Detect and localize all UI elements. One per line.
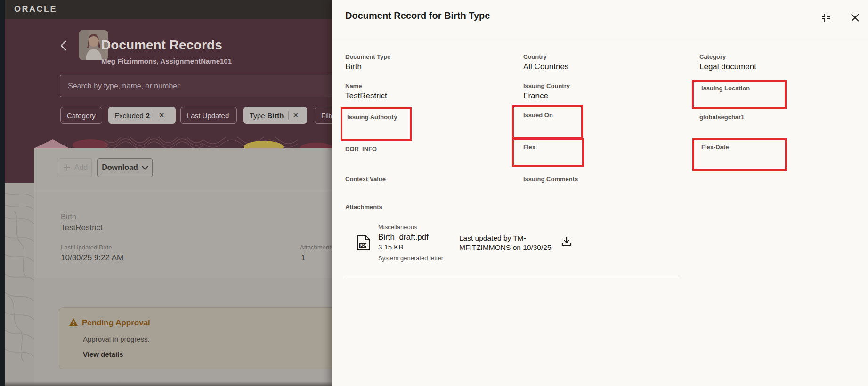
search-box	[60, 75, 332, 97]
globalsegchar1-label: globalsegchar1	[699, 113, 744, 121]
chevron-down-icon	[142, 166, 148, 170]
filter-chip-category[interactable]: Category	[60, 107, 102, 124]
toolbar-divider	[34, 189, 332, 189]
record-last-updated-label: Last Updated Date	[61, 244, 112, 251]
name-label: Name	[345, 82, 362, 89]
document-record-drawer: Document Record for Birth Type Document …	[332, 0, 868, 386]
category-label: Category	[699, 53, 726, 60]
country-value: All Countries	[523, 62, 568, 72]
top-app-bar: ORACLE	[5, 0, 332, 19]
download-button[interactable]: Download	[97, 158, 153, 177]
chip-label: Category	[67, 112, 96, 120]
attachment-last-updated: Last updated by TM-MFITZIMMONS on 10/30/…	[459, 233, 556, 252]
warning-icon	[69, 318, 78, 326]
filter-chip-type-birth[interactable]: Type Birth ✕	[243, 107, 307, 124]
hero-left-rail	[5, 141, 34, 183]
back-button[interactable]	[59, 40, 68, 51]
page-title: Document Records	[101, 38, 222, 53]
attachment-filename[interactable]: Birth_draft.pdf	[378, 233, 429, 242]
bottom-shadow	[5, 381, 332, 386]
decorative-hero-band	[34, 137, 332, 148]
chip-label: Type	[250, 112, 265, 120]
collapse-icon	[821, 13, 830, 22]
annotation-box-issuing-location	[692, 80, 787, 109]
banner-message: Approval in progress.	[83, 335, 150, 343]
filter-chip-filters[interactable]: Filte	[315, 107, 332, 124]
record-attachments-label: Attachments	[300, 244, 332, 251]
name-value: TestRestrict	[345, 91, 387, 101]
attachments-section-label: Attachments	[345, 203, 382, 210]
background-page: ORACLE	[0, 0, 332, 386]
filter-chip-last-updated[interactable]: Last Updated	[180, 107, 237, 124]
header-divider	[332, 38, 868, 38]
annotation-box-flex	[512, 138, 584, 167]
chip-value: Birth	[268, 112, 284, 120]
chip-separator	[288, 111, 289, 120]
download-button-label: Download	[102, 163, 138, 172]
oracle-logo: ORACLE	[14, 4, 57, 14]
search-input[interactable]	[60, 75, 332, 97]
collapse-drawer-button[interactable]	[819, 11, 832, 24]
banner-title: Pending Approval	[82, 318, 150, 328]
svg-text:PDF: PDF	[360, 244, 366, 247]
attachment-size: 3.15 KB	[378, 243, 403, 251]
pdf-file-icon: PDF	[357, 234, 370, 250]
drawer-title: Document Record for Birth Type	[345, 10, 490, 21]
issuing-country-value: France	[523, 91, 548, 101]
remove-filter-icon[interactable]: ✕	[159, 111, 165, 120]
attachment-category: Miscellaneous	[378, 224, 417, 231]
annotation-box-issuing-authority	[341, 107, 412, 141]
decorative-contour-texture	[5, 183, 34, 386]
document-type-label: Document Type	[345, 53, 391, 60]
attachment-description: System generated letter	[378, 255, 443, 262]
remove-filter-icon[interactable]: ✕	[293, 111, 299, 120]
left-edge-strip	[0, 0, 5, 386]
filter-chip-excluded[interactable]: Excluded 2 ✕	[108, 107, 176, 124]
context-value-label: Context Value	[345, 176, 386, 183]
record-last-updated-value: 10/30/25 9:22 AM	[61, 253, 123, 263]
issuing-country-label: Issuing Country	[523, 82, 570, 89]
annotation-box-issued-on	[512, 105, 583, 139]
close-drawer-button[interactable]	[849, 11, 861, 24]
page-subtitle: Meg Fitzimmons, AssignmentName101	[101, 57, 232, 65]
chip-label: Last Updated	[187, 112, 229, 120]
record-type: Birth	[61, 213, 76, 221]
category-value: Legal document	[699, 62, 756, 72]
plus-icon	[63, 164, 71, 171]
record-name[interactable]: TestRestrict	[61, 223, 103, 233]
add-button-label: Add	[74, 163, 88, 172]
dor-info-label: DOR_INFO	[345, 145, 377, 153]
chip-separator	[154, 111, 154, 120]
download-attachment-button[interactable]	[560, 235, 573, 248]
annotation-box-flex-date	[692, 138, 787, 171]
close-icon	[851, 14, 859, 22]
chip-label: Excluded	[114, 112, 144, 120]
issuing-comments-label: Issuing Comments	[523, 176, 578, 183]
document-type-value: Birth	[345, 62, 362, 72]
view-details-link[interactable]: View details	[83, 350, 123, 358]
chip-label: Filte	[321, 112, 332, 120]
record-attachments-count: 1	[301, 253, 305, 263]
chip-count: 2	[146, 112, 150, 120]
add-button[interactable]: Add	[59, 158, 92, 177]
country-label: Country	[523, 53, 547, 60]
download-icon	[561, 236, 572, 247]
attachments-divider	[344, 278, 681, 278]
